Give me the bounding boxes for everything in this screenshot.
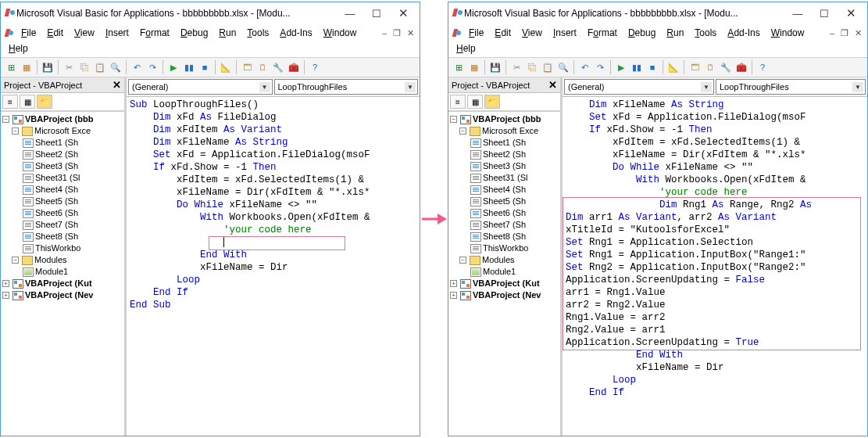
menu-debug[interactable]: Debug — [176, 26, 213, 40]
menu-view[interactable]: View — [70, 26, 99, 40]
mdi-icon[interactable] — [452, 27, 463, 38]
menu-run[interactable]: Run — [662, 26, 688, 40]
excel-icon[interactable]: ⊞ — [452, 60, 466, 74]
cut-icon[interactable]: ✂ — [62, 60, 76, 74]
menu-edit[interactable]: Edit — [490, 26, 516, 40]
cut-icon[interactable]: ✂ — [509, 60, 523, 74]
object-browser-icon[interactable]: 🔧 — [719, 60, 733, 74]
excel-icon[interactable]: ⊞ — [4, 60, 18, 74]
view-code-icon[interactable]: ≡ — [2, 95, 18, 109]
redo-icon[interactable]: ↷ — [593, 60, 607, 74]
pane-close-icon[interactable]: ✕ — [113, 79, 121, 91]
menu-addins[interactable]: Add-Ins — [275, 26, 316, 40]
menu-file[interactable]: File — [16, 26, 41, 40]
menu-insert[interactable]: Insert — [548, 26, 581, 40]
mdi-close[interactable]: ✕ — [405, 28, 416, 38]
mdi-minimize[interactable]: – — [827, 28, 837, 38]
paste-icon[interactable]: 📋 — [541, 60, 555, 74]
mdi-minimize[interactable]: – — [380, 28, 389, 38]
run-icon[interactable]: ▶ — [614, 60, 628, 74]
menu-window[interactable]: Window — [766, 26, 809, 40]
menu-tools[interactable]: Tools — [690, 26, 721, 40]
find-icon[interactable]: 🔍 — [109, 60, 123, 74]
menu-file[interactable]: File — [464, 26, 488, 40]
properties-icon[interactable]: 🗒 — [703, 60, 717, 74]
undo-icon[interactable]: ↶ — [130, 60, 144, 74]
break-icon[interactable]: ▮▮ — [630, 60, 644, 74]
menu-addins[interactable]: Add-Ins — [723, 26, 764, 40]
project-icon[interactable]: 🗔 — [688, 60, 702, 74]
folder-icon[interactable]: 📁 — [37, 95, 52, 109]
mdi-icon[interactable] — [4, 27, 15, 38]
reset-icon[interactable]: ■ — [645, 60, 659, 74]
copy-icon[interactable]: ⿻ — [77, 60, 91, 74]
code-editor[interactable]: Dim xFileName As String Set xFd = Applic… — [563, 97, 867, 436]
project-tree[interactable]: −VBAProject (bbb −Microsoft Exce Sheet1 … — [448, 111, 560, 436]
menu-debug[interactable]: Debug — [623, 26, 660, 40]
expand-icon[interactable]: + — [2, 280, 9, 287]
break-icon[interactable]: ▮▮ — [182, 60, 196, 74]
properties-icon[interactable]: 🗒 — [255, 60, 270, 74]
minimize-button[interactable]: — — [337, 5, 363, 22]
folder-icon — [22, 127, 33, 136]
paste-icon[interactable]: 📋 — [93, 60, 107, 74]
collapse-icon[interactable]: − — [12, 127, 19, 135]
menu-edit[interactable]: Edit — [42, 26, 68, 40]
object-browser-icon[interactable]: 🔧 — [271, 60, 285, 74]
code-editor[interactable]: Sub LoopThroughFiles() Dim xFd As FileDi… — [127, 97, 420, 436]
menu-format[interactable]: Format — [135, 26, 174, 40]
folder-icon[interactable]: 📁 — [484, 95, 500, 109]
project-icon[interactable]: 🗔 — [240, 60, 254, 74]
menu-format[interactable]: Format — [583, 26, 622, 40]
close-button[interactable]: ✕ — [390, 5, 416, 22]
mdi-restore[interactable]: ❐ — [391, 28, 403, 38]
collapse-icon[interactable]: − — [2, 116, 9, 123]
close-button[interactable]: ✕ — [838, 5, 864, 22]
run-icon[interactable]: ▶ — [166, 60, 180, 74]
menu-window[interactable]: Window — [319, 26, 362, 40]
reset-icon[interactable]: ■ — [198, 60, 212, 74]
menu-view[interactable]: View — [517, 26, 547, 40]
menu-run[interactable]: Run — [214, 26, 241, 40]
scope-dropdown[interactable]: (General) — [564, 79, 714, 95]
menu-help[interactable]: Help — [452, 41, 864, 56]
maximize-button[interactable]: ☐ — [811, 5, 838, 22]
design-icon[interactable]: 📐 — [219, 60, 233, 74]
copy-icon[interactable]: ⿻ — [525, 60, 539, 74]
scope-dropdown[interactable]: (General) — [128, 79, 273, 95]
save-icon[interactable]: 💾 — [488, 60, 502, 74]
view-object-icon[interactable]: ▦ — [20, 95, 35, 109]
collapse-icon[interactable]: − — [12, 257, 19, 264]
toolbox-icon[interactable]: 🧰 — [287, 60, 301, 74]
maximize-button[interactable]: ☐ — [363, 5, 390, 22]
design-icon[interactable]: 📐 — [666, 60, 680, 74]
help-icon[interactable]: ? — [755, 60, 770, 74]
undo-icon[interactable]: ↶ — [577, 60, 591, 74]
redo-icon[interactable]: ↷ — [145, 60, 159, 74]
vba-ide-left: Microsoft Visual Basic for Applications … — [0, 2, 420, 436]
mdi-close[interactable]: ✕ — [852, 28, 864, 38]
sheet-icon — [470, 244, 481, 253]
code-pane: (General) LoopThroughFiles Dim xFileName… — [562, 77, 867, 436]
project-tree[interactable]: −VBAProject (bbb −Microsoft Exce Sheet1 … — [1, 111, 124, 436]
menu-insert[interactable]: Insert — [101, 26, 134, 40]
expand-icon[interactable]: + — [2, 292, 9, 299]
titlebar[interactable]: Microsoft Visual Basic for Applications … — [448, 2, 867, 24]
pane-close-icon[interactable]: ✕ — [548, 79, 557, 91]
find-icon[interactable]: 🔍 — [556, 60, 570, 74]
procedure-dropdown[interactable]: LoopThroughFiles — [716, 79, 866, 95]
mdi-restore[interactable]: ❐ — [838, 28, 851, 38]
menu-help[interactable]: Help — [4, 41, 416, 56]
procedure-dropdown[interactable]: LoopThroughFiles — [274, 79, 419, 95]
toolbox-icon[interactable]: 🧰 — [734, 60, 748, 74]
save-icon[interactable]: 💾 — [41, 60, 55, 74]
minimize-button[interactable]: — — [784, 5, 811, 22]
titlebar[interactable]: Microsoft Visual Basic for Applications … — [1, 2, 420, 24]
insert-module-icon[interactable]: ▦ — [20, 60, 34, 74]
view-code-icon[interactable]: ≡ — [450, 95, 466, 109]
menu-tools[interactable]: Tools — [242, 26, 273, 40]
view-object-icon[interactable]: ▦ — [467, 95, 483, 109]
toolbar: ⊞ ▦ 💾 ✂ ⿻ 📋 🔍 ↶ ↷ ▶ ▮▮ ■ 📐 🗔 🗒 🔧 🧰 ? — [448, 57, 867, 77]
help-icon[interactable]: ? — [308, 60, 322, 74]
insert-module-icon[interactable]: ▦ — [467, 60, 481, 74]
